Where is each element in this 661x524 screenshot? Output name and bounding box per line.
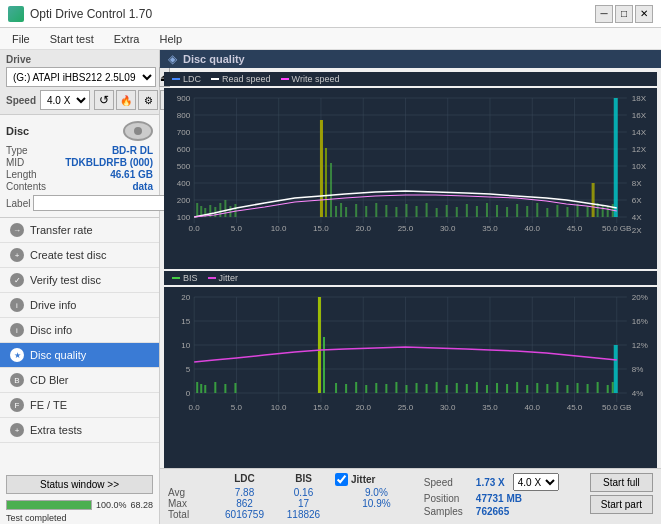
main-layout: Drive (G:) ATAPI iHBS212 2.5L09 ⏏ Speed … (0, 50, 661, 524)
menu-help[interactable]: Help (155, 32, 186, 46)
svg-rect-82 (556, 205, 558, 217)
close-button[interactable]: ✕ (635, 5, 653, 23)
nav-create-test-disc[interactable]: + Create test disc (0, 243, 159, 268)
burn-button[interactable]: 🔥 (116, 90, 136, 110)
svg-text:800: 800 (177, 111, 191, 120)
menu-extra[interactable]: Extra (110, 32, 144, 46)
svg-rect-56 (320, 120, 323, 217)
progress-row: 100.0% 68.28 (0, 498, 159, 512)
max-row: Max 862 17 10.9% (168, 498, 418, 509)
start-buttons: Start full Start part (590, 473, 653, 514)
svg-rect-151 (476, 382, 478, 393)
disc-label-text: Label (6, 198, 30, 209)
nav-transfer-rate[interactable]: → Transfer rate (0, 218, 159, 243)
svg-rect-68 (416, 206, 418, 217)
create-test-disc-icon: + (10, 248, 24, 262)
status-window-button[interactable]: Status window >> (6, 475, 153, 494)
disc-length-value: 46.61 GB (110, 169, 153, 180)
svg-text:16%: 16% (632, 317, 648, 326)
svg-text:0: 0 (186, 389, 191, 398)
disc-label-input[interactable] (33, 195, 166, 211)
app-title: Opti Drive Control 1.70 (30, 7, 152, 21)
svg-rect-138 (345, 384, 347, 393)
maximize-button[interactable]: □ (615, 5, 633, 23)
svg-text:200: 200 (177, 196, 191, 205)
svg-text:20%: 20% (632, 293, 648, 302)
disc-title: Disc (6, 125, 29, 137)
svg-rect-81 (546, 208, 548, 217)
svg-text:900: 900 (177, 94, 191, 103)
svg-text:500: 500 (177, 162, 191, 171)
progress-bar (6, 500, 92, 510)
nav-fe-te[interactable]: F FE / TE (0, 393, 159, 418)
svg-rect-71 (446, 205, 448, 217)
svg-rect-84 (577, 204, 579, 217)
svg-rect-165 (612, 382, 614, 393)
svg-text:15.0: 15.0 (313, 224, 329, 233)
svg-rect-77 (506, 207, 508, 217)
svg-rect-91 (614, 98, 618, 217)
svg-rect-80 (536, 203, 538, 217)
disc-length-label: Length (6, 169, 37, 180)
svg-rect-144 (405, 385, 407, 393)
svg-rect-136 (323, 337, 325, 393)
svg-rect-61 (345, 207, 347, 217)
legend-ldc-dot (172, 78, 180, 80)
progress-fill (7, 501, 91, 509)
nav-drive-info[interactable]: i Drive info (0, 293, 159, 318)
svg-rect-83 (566, 207, 568, 217)
svg-rect-145 (416, 383, 418, 393)
svg-text:35.0: 35.0 (482, 224, 498, 233)
svg-rect-88 (602, 205, 604, 217)
options-button[interactable]: ⚙ (138, 90, 158, 110)
speed-stat-selector[interactable]: 4.0 X (513, 473, 559, 491)
start-part-button[interactable]: Start part (590, 495, 653, 514)
svg-rect-164 (607, 385, 609, 393)
status-text: Test completed (0, 512, 159, 524)
minimize-button[interactable]: ─ (595, 5, 613, 23)
start-full-button[interactable]: Start full (590, 473, 653, 492)
svg-text:8X: 8X (632, 179, 642, 188)
position-label: Position (424, 493, 472, 504)
svg-rect-135 (318, 297, 321, 393)
nav-disc-quality[interactable]: ★ Disc quality (0, 343, 159, 368)
svg-rect-89 (607, 207, 609, 217)
svg-rect-140 (365, 385, 367, 393)
svg-rect-161 (577, 383, 579, 393)
svg-text:18X: 18X (632, 94, 647, 103)
jitter-checkbox[interactable] (335, 473, 348, 486)
stats-panel: LDC BIS Jitter Avg 7.88 0.16 9.0% (160, 468, 661, 524)
svg-rect-150 (466, 384, 468, 393)
nav-extra-tests[interactable]: + Extra tests (0, 418, 159, 443)
svg-rect-58 (330, 163, 332, 217)
speed-stat-value: 1.73 X (476, 477, 505, 488)
menu-start-test[interactable]: Start test (46, 32, 98, 46)
total-bis: 118826 (276, 509, 331, 520)
total-row: Total 6016759 118826 (168, 509, 418, 520)
nav-disc-info[interactable]: i Disc info (0, 318, 159, 343)
svg-rect-65 (385, 205, 387, 217)
nav-verify-test-disc[interactable]: ✓ Verify test disc (0, 268, 159, 293)
stats-table: LDC BIS Jitter Avg 7.88 0.16 9.0% (168, 473, 418, 520)
menu-file[interactable]: File (8, 32, 34, 46)
svg-rect-147 (436, 382, 438, 393)
svg-text:0.0: 0.0 (189, 224, 201, 233)
drive-selector[interactable]: (G:) ATAPI iHBS212 2.5L09 (6, 67, 156, 87)
refresh-button[interactable]: ↺ (94, 90, 114, 110)
svg-rect-72 (456, 207, 458, 217)
status-section: Status window >> 100.0% 68.28 Test compl… (0, 471, 159, 524)
svg-rect-55 (234, 204, 236, 217)
svg-rect-85 (587, 206, 589, 217)
nav-cd-bler[interactable]: B CD Bler (0, 368, 159, 393)
col-bis: BIS (276, 473, 331, 486)
sidebar: Drive (G:) ATAPI iHBS212 2.5L09 ⏏ Speed … (0, 50, 160, 524)
svg-text:20.0: 20.0 (355, 403, 371, 412)
disc-type-row: Type BD-R DL (6, 145, 153, 156)
speed-selector[interactable]: 4.0 X (40, 90, 90, 110)
svg-rect-155 (516, 382, 518, 393)
disc-type-value: BD-R DL (112, 145, 153, 156)
menubar: File Start test Extra Help (0, 28, 661, 50)
jitter-header: Jitter (335, 473, 418, 486)
svg-text:15.0: 15.0 (313, 403, 329, 412)
max-jitter: 10.9% (335, 498, 418, 509)
